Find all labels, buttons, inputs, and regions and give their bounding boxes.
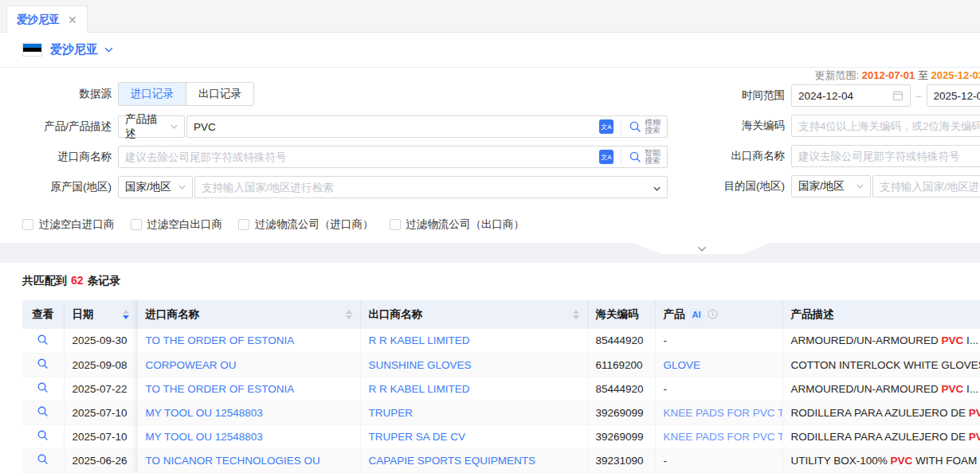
product-link[interactable]: KNEE PADS FOR PVC T... <box>664 431 783 443</box>
fuzzy-search-button[interactable]: 模糊搜索 <box>621 119 661 135</box>
tab-close-icon[interactable]: ✕ <box>68 14 77 26</box>
product-type-select[interactable]: 产品描述 <box>118 115 185 138</box>
view-record-button[interactable] <box>37 381 49 393</box>
hs-code-cell: 85444920 <box>587 377 655 401</box>
origin-country-input[interactable] <box>202 182 653 194</box>
filter-logistics-exporter[interactable]: 过滤物流公司（出口商） <box>390 217 525 232</box>
form-right-column: 更新范围: 2012-07-01 至 2025-12-03 时间范围 – 海关编… <box>721 68 980 205</box>
results-table-wrapper: 查看 日期 进口商名称 出口商名称 海关编码 产品AI 产品描述 2025-09… <box>22 300 980 473</box>
tab-bar: 爱沙尼亚 ✕ <box>0 0 980 33</box>
product-link[interactable]: GLOVE <box>664 359 701 371</box>
destination-country-select[interactable]: 国家/地区 <box>791 175 871 197</box>
keyword-highlight: PVC <box>942 334 964 346</box>
sort-icon[interactable] <box>123 310 129 319</box>
checkbox-icon[interactable] <box>131 219 142 230</box>
view-record-button[interactable] <box>37 334 49 346</box>
results-panel: 共匹配到62条记录 查看 日期 进口商名称 出口商名称 海关编码 产品AI 产品… <box>0 263 980 473</box>
date-cell: 2025-07-10 <box>64 424 137 448</box>
col-date[interactable]: 日期 <box>64 300 137 329</box>
product-cell: - <box>655 329 782 353</box>
date-to-box <box>927 84 980 107</box>
filter-logistics-importer[interactable]: 过滤物流公司（进口商） <box>238 217 374 232</box>
product-search-input[interactable] <box>194 121 599 133</box>
chevron-down-icon <box>653 182 661 194</box>
import-records-tab[interactable]: 进口记录 <box>119 83 186 105</box>
view-record-button[interactable] <box>37 358 49 369</box>
exporter-link[interactable]: TRUPER SA DE CV <box>369 431 466 443</box>
col-importer[interactable]: 进口商名称 <box>137 300 360 329</box>
search-form: 数据源 进口记录 出口记录 产品/产品描述 产品描述 文A 模糊搜索 进口商名称… <box>0 68 980 243</box>
importer-link[interactable]: MY TOOL OU 12548803 <box>146 431 263 443</box>
importer-link[interactable]: TO THE ORDER OF ESTONIA <box>146 383 295 395</box>
exporter-input-box <box>791 145 980 167</box>
update-range-from: 2012-07-01 <box>862 69 915 81</box>
desc-cell: UTILITY BOX-100% PVC WITH FOAM <box>782 448 980 472</box>
importer-link[interactable]: TO THE ORDER OF ESTONIA <box>146 334 295 346</box>
desc-cell: ARMOURED/UN-ARMOURED PVC I... <box>782 329 980 353</box>
exporter-link[interactable]: TRUPER <box>369 407 414 419</box>
tab-title: 爱沙尼亚 <box>17 13 60 27</box>
date-cell: 2025-07-10 <box>64 401 137 424</box>
destination-country-input-box <box>872 175 980 197</box>
results-summary: 共匹配到62条记录 <box>22 274 980 288</box>
hs-code-cell: 39231090 <box>587 448 655 472</box>
update-range-to: 2025-12-03 <box>931 69 980 81</box>
desc-cell: ARMOURED/UN-ARMOURED PVC I... <box>782 377 980 401</box>
smart-search-button[interactable]: 智能搜索 <box>621 149 661 165</box>
destination-country-input[interactable] <box>880 181 980 193</box>
chevron-down-icon <box>697 246 707 252</box>
col-hs-code: 海关编码 <box>587 300 655 329</box>
view-record-button[interactable] <box>37 453 49 465</box>
exporter-link[interactable]: R R KABEL LIMITED <box>369 334 470 346</box>
col-exporter[interactable]: 出口商名称 <box>360 300 587 329</box>
col-view: 查看 <box>22 300 64 329</box>
date-from-box <box>791 84 911 107</box>
importer-search-input[interactable] <box>125 151 599 163</box>
panel-gap <box>0 243 980 263</box>
product-input-box: 文A 模糊搜索 <box>186 115 668 138</box>
exporter-search-input[interactable] <box>798 150 980 162</box>
importer-link[interactable]: CORPOWEAR OU <box>146 359 237 371</box>
desc-cell: COTTON INTERLOCK WHITE GLOVES... <box>782 353 980 377</box>
checkbox-icon[interactable] <box>238 219 249 230</box>
exporter-link[interactable]: SUNSHINE GLOVES <box>369 359 472 371</box>
tab-estonia[interactable]: 爱沙尼亚 ✕ <box>6 6 88 33</box>
date-cell: 2025-06-26 <box>64 448 137 472</box>
origin-country-label: 原产国(地区) <box>0 180 112 194</box>
sort-icon[interactable] <box>573 310 579 319</box>
translate-icon[interactable]: 文A <box>599 119 613 134</box>
checkbox-icon[interactable] <box>390 219 401 230</box>
date-to-input[interactable] <box>934 90 980 102</box>
magnifier-icon <box>629 120 641 133</box>
view-record-button[interactable] <box>37 429 49 441</box>
date-from-input[interactable] <box>798 90 892 102</box>
chevron-down-icon[interactable] <box>104 47 113 53</box>
product-link[interactable]: KNEE PADS FOR PVC T... <box>664 407 783 419</box>
hs-code-input[interactable] <box>798 120 980 132</box>
update-range: 更新范围: 2012-07-01 至 2025-12-03 <box>721 68 980 81</box>
product-cell: - <box>655 377 782 401</box>
importer-link[interactable]: MY TOOL OU 12548803 <box>146 407 263 419</box>
data-source-label: 数据源 <box>0 87 112 101</box>
magnifier-icon <box>629 150 641 163</box>
product-label: 产品/产品描述 <box>0 119 112 134</box>
filter-blank-exporter[interactable]: 过滤空白出口商 <box>131 217 223 232</box>
origin-country-select[interactable]: 国家/地区 <box>118 176 193 198</box>
table-row: 2025-06-26 TO NICANOR TECHNOLOGIES OU CA… <box>22 448 980 472</box>
checkbox-icon[interactable] <box>22 219 33 230</box>
view-record-button[interactable] <box>37 405 49 417</box>
results-count: 62 <box>71 274 84 287</box>
translate-icon[interactable]: 文A <box>599 150 613 164</box>
collapse-form-toggle[interactable] <box>633 243 770 254</box>
sort-icon[interactable] <box>346 310 352 319</box>
data-source-toggle: 进口记录 出口记录 <box>118 82 254 106</box>
exporter-link[interactable]: R R KABEL LIMITED <box>369 383 470 395</box>
exporter-link[interactable]: CAPAPIE SPORTS EQUIPMENTS <box>369 455 536 467</box>
destination-country-label: 目的国(地区) <box>721 179 785 194</box>
importer-link[interactable]: TO NICANOR TECHNOLOGIES OU <box>146 455 320 467</box>
filter-checkbox-row: 过滤空白进口商 过滤空白出口商 过滤物流公司（进口商） 过滤物流公司（出口商） <box>0 217 980 232</box>
info-icon[interactable] <box>708 309 718 319</box>
col-product: 产品AI <box>655 300 782 329</box>
filter-blank-importer[interactable]: 过滤空白进口商 <box>22 217 115 232</box>
export-records-tab[interactable]: 出口记录 <box>186 83 253 105</box>
